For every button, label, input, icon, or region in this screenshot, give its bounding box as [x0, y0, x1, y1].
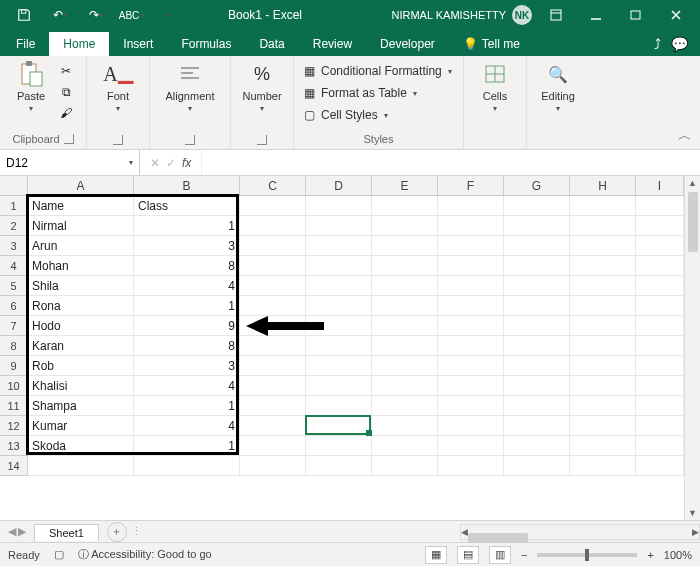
cell[interactable] — [636, 236, 684, 256]
fx-icon[interactable]: fx — [182, 156, 191, 170]
cell[interactable]: Rob — [28, 356, 134, 376]
cell[interactable] — [240, 216, 306, 236]
tab-insert[interactable]: Insert — [109, 32, 167, 56]
cell[interactable] — [306, 276, 372, 296]
row-header[interactable]: 2 — [0, 216, 28, 236]
horizontal-scrollbar[interactable]: ◀ ▶ — [460, 524, 700, 540]
scroll-down-icon[interactable]: ▼ — [688, 506, 697, 520]
cell[interactable] — [636, 196, 684, 216]
cell[interactable] — [306, 436, 372, 456]
copy-icon[interactable]: ⧉ — [56, 83, 76, 101]
scroll-right-icon[interactable]: ▶ — [692, 525, 699, 539]
cell[interactable] — [372, 436, 438, 456]
cell[interactable] — [636, 456, 684, 476]
cell[interactable] — [570, 416, 636, 436]
cell[interactable] — [240, 256, 306, 276]
save-icon[interactable] — [10, 1, 38, 29]
cell[interactable] — [636, 316, 684, 336]
cell[interactable] — [636, 276, 684, 296]
cell[interactable] — [504, 436, 570, 456]
cell[interactable] — [306, 216, 372, 236]
macro-record-icon[interactable]: ▢ — [54, 548, 64, 561]
view-page-layout-icon[interactable]: ▤ — [457, 546, 479, 564]
cell[interactable]: 4 — [134, 276, 240, 296]
cell[interactable] — [504, 196, 570, 216]
cell[interactable] — [372, 336, 438, 356]
select-all-corner[interactable] — [0, 176, 28, 196]
cell[interactable] — [240, 436, 306, 456]
cell[interactable] — [240, 296, 306, 316]
cell[interactable] — [636, 416, 684, 436]
tab-file[interactable]: File — [2, 32, 49, 56]
cell[interactable] — [240, 356, 306, 376]
cell[interactable]: Rona — [28, 296, 134, 316]
cell[interactable] — [504, 216, 570, 236]
cell[interactable]: 8 — [134, 336, 240, 356]
column-header[interactable]: I — [636, 176, 684, 196]
cell[interactable] — [570, 196, 636, 216]
cell[interactable] — [240, 276, 306, 296]
cell[interactable]: Kumar — [28, 416, 134, 436]
column-header[interactable]: H — [570, 176, 636, 196]
cell[interactable] — [438, 356, 504, 376]
cell[interactable] — [636, 376, 684, 396]
cell[interactable] — [240, 456, 306, 476]
row-header[interactable]: 1 — [0, 196, 28, 216]
cell[interactable] — [438, 376, 504, 396]
maximize-icon[interactable] — [616, 0, 656, 30]
row-header[interactable]: 12 — [0, 416, 28, 436]
new-sheet-button[interactable]: ＋ — [107, 522, 127, 542]
cell[interactable] — [504, 276, 570, 296]
chevron-down-icon[interactable]: ▾ — [129, 158, 133, 167]
cell[interactable] — [372, 216, 438, 236]
cell[interactable] — [438, 416, 504, 436]
cell[interactable] — [570, 396, 636, 416]
cell[interactable]: 4 — [134, 416, 240, 436]
cell[interactable]: 3 — [134, 236, 240, 256]
cell[interactable] — [438, 456, 504, 476]
cell[interactable] — [504, 456, 570, 476]
share-icon[interactable]: ⤴ — [654, 36, 661, 52]
tab-developer[interactable]: Developer — [366, 32, 449, 56]
cell[interactable] — [504, 236, 570, 256]
cell[interactable] — [504, 316, 570, 336]
cell[interactable] — [570, 356, 636, 376]
cell[interactable] — [570, 456, 636, 476]
cell[interactable] — [504, 376, 570, 396]
cell[interactable] — [438, 276, 504, 296]
cell[interactable] — [504, 336, 570, 356]
cell[interactable]: Shila — [28, 276, 134, 296]
comments-icon[interactable]: 💬 — [671, 36, 688, 52]
row-header[interactable]: 3 — [0, 236, 28, 256]
cell[interactable] — [636, 216, 684, 236]
cell[interactable] — [372, 456, 438, 476]
column-header[interactable]: F — [438, 176, 504, 196]
cell[interactable]: Name — [28, 196, 134, 216]
cell[interactable] — [570, 256, 636, 276]
cell[interactable] — [438, 336, 504, 356]
row-header[interactable]: 9 — [0, 356, 28, 376]
worksheet-grid[interactable]: ABCDEFGHI 1234567891011121314 NameClassN… — [0, 176, 700, 520]
cells-button[interactable]: Cells ▾ — [474, 60, 516, 113]
row-header[interactable]: 10 — [0, 376, 28, 396]
redo-icon[interactable]: ↷ ▾ — [82, 1, 110, 29]
cell[interactable] — [240, 416, 306, 436]
cell-styles-button[interactable]: ▢Cell Styles▾ — [304, 104, 452, 126]
sheet-nav-prev-icon[interactable]: ◀ — [8, 525, 16, 538]
cell[interactable] — [438, 316, 504, 336]
row-header[interactable]: 11 — [0, 396, 28, 416]
minimize-icon[interactable] — [576, 0, 616, 30]
cell[interactable] — [570, 436, 636, 456]
cell[interactable] — [306, 236, 372, 256]
number-button[interactable]: % Number ▾ — [241, 60, 283, 113]
editing-button[interactable]: 🔍 Editing ▾ — [537, 60, 579, 113]
sheet-tab-active[interactable]: Sheet1 — [34, 524, 99, 541]
format-as-table-button[interactable]: ▦Format as Table▾ — [304, 82, 452, 104]
sheet-nav-next-icon[interactable]: ▶ — [18, 525, 26, 538]
cell[interactable]: Nirmal — [28, 216, 134, 236]
cell[interactable] — [570, 376, 636, 396]
cell[interactable] — [570, 276, 636, 296]
column-header[interactable]: B — [134, 176, 240, 196]
tab-home[interactable]: Home — [49, 32, 109, 56]
view-page-break-icon[interactable]: ▥ — [489, 546, 511, 564]
